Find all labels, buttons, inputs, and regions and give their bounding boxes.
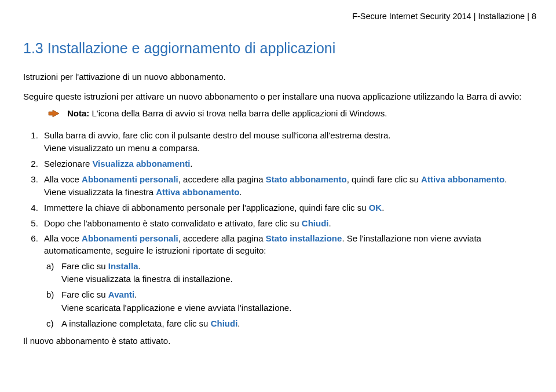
step-3-hl3: Attiva abbonamento	[421, 174, 504, 184]
step-2-highlight: Visualizza abbonamenti	[92, 159, 190, 168]
note-text: Nota: L'icona della Barra di avvio si tr…	[67, 108, 536, 120]
step-3-a: Alla voce	[44, 174, 82, 184]
sub-b-hl: Avanti	[108, 290, 134, 299]
step-5-b: .	[328, 218, 331, 228]
step-3-hl1: Abbonamenti personali	[82, 174, 178, 184]
step-6-a: Alla voce	[44, 233, 82, 243]
pointing-hand-icon	[47, 109, 60, 122]
steps-list: Sulla barra di avvio, fare clic con il p…	[23, 130, 536, 330]
step-6-b: , accedere alla pagina	[178, 233, 266, 243]
closing-text: Il nuovo abbonamento è stato attivato.	[23, 335, 536, 347]
sub-c-hl: Chiudi	[211, 318, 238, 328]
sub-step-c: A installazione completata, fare clic su…	[61, 318, 536, 330]
sub-b-sub: Viene scaricata l'applicazione e viene a…	[61, 302, 536, 314]
step-3-b: , accedere alla pagina	[178, 174, 266, 184]
step-4-a: Immettere la chiave di abbonamento perso…	[44, 203, 369, 213]
sub-c-b: .	[237, 318, 240, 328]
sub-b-text: Fare clic su	[61, 290, 108, 299]
step-5: Dopo che l'abbonamento è stato convalida…	[41, 218, 536, 230]
page-header: F-Secure Internet Security 2014 | Instal…	[23, 10, 536, 22]
step-3-c: , quindi fare clic su	[347, 174, 421, 184]
note-label: Nota:	[67, 108, 89, 118]
sub-step-a: Fare clic su Installa. Viene visualizzat…	[61, 261, 536, 285]
step-4-b: .	[382, 203, 384, 213]
step-2-a: Selezionare	[44, 159, 92, 168]
step-1-sub: Viene visualizzato un menu a comparsa.	[44, 142, 536, 155]
sub-a-hl: Installa	[108, 261, 138, 271]
document-page: F-Secure Internet Security 2014 | Instal…	[0, 0, 556, 392]
step-4: Immettere la chiave di abbonamento perso…	[41, 202, 536, 214]
step-4-hl: OK	[369, 203, 382, 213]
step-6-hl2: Stato installazione	[266, 233, 342, 243]
sub-steps-list: Fare clic su Installa. Viene visualizzat…	[44, 261, 536, 329]
step-3-d: .	[504, 174, 507, 184]
sub-a-sub: Viene visualizzata la finestra di instal…	[61, 273, 536, 285]
note-block: Nota: L'icona della Barra di avvio si tr…	[47, 108, 536, 122]
step-1-text: Sulla barra di avvio, fare clic con il p…	[44, 130, 391, 140]
sub-a-text: Fare clic su	[61, 261, 108, 271]
lead-text: Seguire queste istruzioni per attivare u…	[23, 91, 536, 103]
step-3-sub-a: Viene visualizzata la finestra	[44, 187, 156, 197]
step-3: Alla voce Abbonamenti personali, acceder…	[41, 174, 536, 199]
sub-step-b: Fare clic su Avanti. Viene scaricata l'a…	[61, 289, 536, 314]
step-3-hl2: Stato abbonamento	[266, 174, 347, 184]
sub-b-b: .	[134, 290, 137, 299]
step-2: Selezionare Visualizza abbonamenti.	[41, 158, 536, 170]
step-2-b: .	[190, 159, 192, 168]
note-body: L'icona della Barra di avvio si trova ne…	[92, 108, 387, 118]
step-3-sub-b: .	[239, 187, 242, 197]
step-1: Sulla barra di avvio, fare clic con il p…	[41, 130, 536, 155]
sub-a-b: .	[138, 261, 141, 271]
step-6: Alla voce Abbonamenti personali, acceder…	[41, 233, 536, 329]
section-title: 1.3 Installazione e aggiornamento di app…	[23, 38, 536, 58]
step-3-sub-hl: Attiva abbonamento	[156, 187, 239, 197]
intro-text: Istruzioni per l'attivazione di un nuovo…	[23, 71, 536, 83]
step-5-hl: Chiudi	[302, 218, 329, 228]
step-3-sub: Viene visualizzata la finestra Attiva ab…	[44, 186, 536, 199]
step-5-a: Dopo che l'abbonamento è stato convalida…	[44, 218, 302, 228]
sub-c-text: A installazione completata, fare clic su	[61, 318, 211, 328]
step-6-hl1: Abbonamenti personali	[82, 233, 178, 243]
